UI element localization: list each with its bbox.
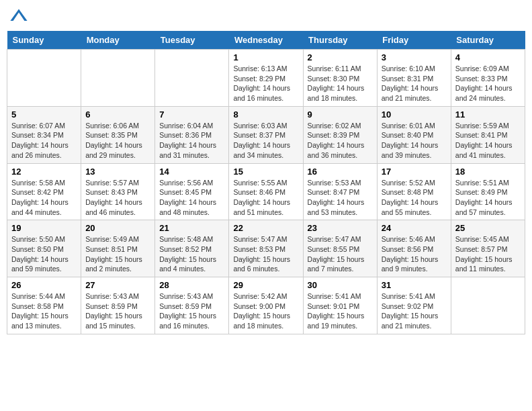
day-info: Sunrise: 6:11 AM Sunset: 8:30 PM Dayligh… <box>308 64 373 103</box>
calendar-cell: 31Sunrise: 5:41 AM Sunset: 9:02 PM Dayli… <box>377 277 451 334</box>
calendar-cell: 5Sunrise: 6:07 AM Sunset: 8:34 PM Daylig… <box>7 106 81 163</box>
day-info: Sunrise: 6:09 AM Sunset: 8:33 PM Dayligh… <box>455 64 521 103</box>
day-number: 21 <box>159 223 224 233</box>
day-info: Sunrise: 5:47 AM Sunset: 8:53 PM Dayligh… <box>233 234 298 274</box>
calendar-cell: 23Sunrise: 5:47 AM Sunset: 8:55 PM Dayli… <box>303 220 377 277</box>
day-number: 9 <box>308 109 373 120</box>
page-header <box>7 7 525 26</box>
calendar-week-row: 5Sunrise: 6:07 AM Sunset: 8:34 PM Daylig… <box>7 106 525 163</box>
calendar-cell: 9Sunrise: 6:02 AM Sunset: 8:39 PM Daylig… <box>303 106 377 163</box>
day-of-week-header: Thursday <box>303 31 377 50</box>
calendar-cell: 29Sunrise: 5:42 AM Sunset: 9:00 PM Dayli… <box>229 277 303 334</box>
day-info: Sunrise: 5:51 AM Sunset: 8:49 PM Dayligh… <box>455 178 521 218</box>
day-info: Sunrise: 5:41 AM Sunset: 9:01 PM Dayligh… <box>308 291 373 331</box>
day-number: 18 <box>455 167 521 177</box>
day-number: 29 <box>233 280 298 290</box>
calendar-cell: 28Sunrise: 5:43 AM Sunset: 8:59 PM Dayli… <box>155 277 229 334</box>
day-number: 28 <box>159 280 224 290</box>
day-of-week-header: Friday <box>377 31 451 50</box>
calendar-cell: 4Sunrise: 6:09 AM Sunset: 8:33 PM Daylig… <box>451 50 525 107</box>
day-number: 17 <box>382 167 447 177</box>
day-info: Sunrise: 5:50 AM Sunset: 8:50 PM Dayligh… <box>11 234 77 274</box>
day-info: Sunrise: 6:06 AM Sunset: 8:35 PM Dayligh… <box>85 121 150 161</box>
day-info: Sunrise: 6:10 AM Sunset: 8:31 PM Dayligh… <box>382 64 447 103</box>
calendar-cell: 3Sunrise: 6:10 AM Sunset: 8:31 PM Daylig… <box>377 50 451 107</box>
calendar-cell <box>81 50 155 107</box>
calendar-cell: 22Sunrise: 5:47 AM Sunset: 8:53 PM Dayli… <box>229 220 303 277</box>
day-of-week-header: Monday <box>81 31 155 50</box>
day-info: Sunrise: 6:07 AM Sunset: 8:34 PM Dayligh… <box>11 121 77 161</box>
day-number: 20 <box>85 223 150 233</box>
calendar-cell: 6Sunrise: 6:06 AM Sunset: 8:35 PM Daylig… <box>81 106 155 163</box>
day-number: 5 <box>11 109 77 120</box>
day-number: 10 <box>382 109 447 120</box>
calendar-cell: 24Sunrise: 5:46 AM Sunset: 8:56 PM Dayli… <box>377 220 451 277</box>
day-number: 4 <box>455 52 521 62</box>
calendar-cell: 19Sunrise: 5:50 AM Sunset: 8:50 PM Dayli… <box>7 220 81 277</box>
day-info: Sunrise: 5:56 AM Sunset: 8:45 PM Dayligh… <box>159 178 224 218</box>
day-number: 15 <box>233 167 298 177</box>
calendar-cell: 7Sunrise: 6:04 AM Sunset: 8:36 PM Daylig… <box>155 106 229 163</box>
calendar-cell: 13Sunrise: 5:57 AM Sunset: 8:43 PM Dayli… <box>81 163 155 220</box>
calendar-week-row: 12Sunrise: 5:58 AM Sunset: 8:42 PM Dayli… <box>7 163 525 220</box>
day-number: 13 <box>85 167 150 177</box>
day-info: Sunrise: 5:43 AM Sunset: 8:59 PM Dayligh… <box>159 291 224 331</box>
day-info: Sunrise: 5:58 AM Sunset: 8:42 PM Dayligh… <box>11 178 77 218</box>
calendar-week-row: 19Sunrise: 5:50 AM Sunset: 8:50 PM Dayli… <box>7 220 525 277</box>
calendar-cell: 30Sunrise: 5:41 AM Sunset: 9:01 PM Dayli… <box>303 277 377 334</box>
day-number: 30 <box>308 280 373 290</box>
day-number: 25 <box>455 223 521 233</box>
day-info: Sunrise: 6:13 AM Sunset: 8:29 PM Dayligh… <box>233 64 298 103</box>
day-info: Sunrise: 5:43 AM Sunset: 8:59 PM Dayligh… <box>85 291 150 331</box>
day-info: Sunrise: 5:47 AM Sunset: 8:55 PM Dayligh… <box>308 234 373 274</box>
day-info: Sunrise: 5:52 AM Sunset: 8:48 PM Dayligh… <box>382 178 447 218</box>
day-number: 12 <box>11 167 77 177</box>
calendar-cell <box>155 50 229 107</box>
day-of-week-header: Sunday <box>7 31 81 50</box>
day-info: Sunrise: 5:42 AM Sunset: 9:00 PM Dayligh… <box>233 291 298 331</box>
day-number: 6 <box>85 109 150 120</box>
day-number: 1 <box>233 52 298 62</box>
day-number: 24 <box>382 223 447 233</box>
day-of-week-header: Saturday <box>451 31 525 50</box>
day-info: Sunrise: 6:03 AM Sunset: 8:37 PM Dayligh… <box>233 121 298 161</box>
calendar-table: SundayMondayTuesdayWednesdayThursdayFrid… <box>7 31 525 334</box>
day-number: 26 <box>11 280 77 290</box>
day-number: 11 <box>455 109 521 120</box>
day-number: 3 <box>382 52 447 62</box>
calendar-cell: 17Sunrise: 5:52 AM Sunset: 8:48 PM Dayli… <box>377 163 451 220</box>
day-number: 19 <box>11 223 77 233</box>
day-of-week-header: Wednesday <box>229 31 303 50</box>
day-info: Sunrise: 6:02 AM Sunset: 8:39 PM Dayligh… <box>308 121 373 161</box>
day-info: Sunrise: 5:46 AM Sunset: 8:56 PM Dayligh… <box>382 234 447 274</box>
day-info: Sunrise: 6:01 AM Sunset: 8:40 PM Dayligh… <box>382 121 447 161</box>
day-info: Sunrise: 5:55 AM Sunset: 8:46 PM Dayligh… <box>233 178 298 218</box>
day-info: Sunrise: 5:49 AM Sunset: 8:51 PM Dayligh… <box>85 234 150 274</box>
day-number: 14 <box>159 167 224 177</box>
day-number: 31 <box>382 280 447 290</box>
calendar-cell: 25Sunrise: 5:45 AM Sunset: 8:57 PM Dayli… <box>451 220 525 277</box>
calendar-week-row: 1Sunrise: 6:13 AM Sunset: 8:29 PM Daylig… <box>7 50 525 107</box>
logo-icon <box>9 7 28 26</box>
day-info: Sunrise: 5:44 AM Sunset: 8:58 PM Dayligh… <box>11 291 77 331</box>
day-of-week-header: Tuesday <box>155 31 229 50</box>
calendar-cell: 16Sunrise: 5:53 AM Sunset: 8:47 PM Dayli… <box>303 163 377 220</box>
calendar-cell: 11Sunrise: 5:59 AM Sunset: 8:41 PM Dayli… <box>451 106 525 163</box>
calendar-header-row: SundayMondayTuesdayWednesdayThursdayFrid… <box>7 31 525 50</box>
calendar-cell: 18Sunrise: 5:51 AM Sunset: 8:49 PM Dayli… <box>451 163 525 220</box>
calendar-cell: 15Sunrise: 5:55 AM Sunset: 8:46 PM Dayli… <box>229 163 303 220</box>
day-number: 7 <box>159 109 224 120</box>
calendar-cell <box>7 50 81 107</box>
calendar-cell: 2Sunrise: 6:11 AM Sunset: 8:30 PM Daylig… <box>303 50 377 107</box>
day-info: Sunrise: 5:48 AM Sunset: 8:52 PM Dayligh… <box>159 234 224 274</box>
day-number: 27 <box>85 280 150 290</box>
day-info: Sunrise: 5:53 AM Sunset: 8:47 PM Dayligh… <box>308 178 373 218</box>
logo <box>9 7 31 26</box>
day-number: 16 <box>308 167 373 177</box>
day-info: Sunrise: 6:04 AM Sunset: 8:36 PM Dayligh… <box>159 121 224 161</box>
day-info: Sunrise: 5:41 AM Sunset: 9:02 PM Dayligh… <box>382 291 447 331</box>
calendar-cell: 21Sunrise: 5:48 AM Sunset: 8:52 PM Dayli… <box>155 220 229 277</box>
calendar-cell: 10Sunrise: 6:01 AM Sunset: 8:40 PM Dayli… <box>377 106 451 163</box>
calendar-cell: 14Sunrise: 5:56 AM Sunset: 8:45 PM Dayli… <box>155 163 229 220</box>
day-info: Sunrise: 5:45 AM Sunset: 8:57 PM Dayligh… <box>455 234 521 274</box>
